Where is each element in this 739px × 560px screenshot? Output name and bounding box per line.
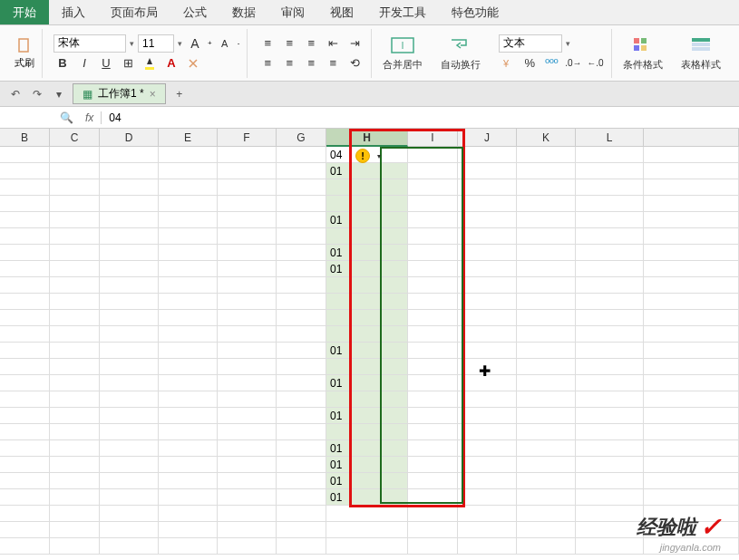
cell[interactable]: 01	[326, 163, 408, 179]
spreadsheet-grid[interactable]: BCDEFGHIJKL 040101010101010101010101 ! ▾…	[0, 129, 739, 560]
tab-view[interactable]: 视图	[317, 0, 366, 24]
cell[interactable]	[50, 408, 100, 424]
col-header-L[interactable]: L	[576, 129, 644, 147]
cell[interactable]	[458, 326, 517, 343]
cell[interactable]	[0, 391, 50, 408]
cell[interactable]: 01	[326, 408, 408, 424]
cell[interactable]	[277, 375, 326, 391]
cell[interactable]	[218, 245, 277, 261]
fill-color-button[interactable]	[141, 54, 159, 72]
cell[interactable]	[576, 245, 644, 261]
comma-icon[interactable]: ººº	[542, 54, 560, 72]
cell[interactable]	[0, 538, 50, 555]
cell[interactable]	[517, 294, 576, 310]
cell[interactable]	[408, 538, 458, 555]
align-top-icon[interactable]: ≡	[258, 34, 277, 53]
cell[interactable]	[576, 261, 644, 277]
cell[interactable]	[277, 310, 326, 326]
col-header-F[interactable]: F	[218, 129, 277, 147]
cell[interactable]	[50, 261, 100, 277]
cell[interactable]	[517, 261, 576, 277]
cell[interactable]	[100, 489, 159, 506]
clear-format-button[interactable]	[184, 54, 202, 72]
document-tab[interactable]: ▦ 工作簿1 * ×	[73, 83, 166, 104]
cell[interactable]	[576, 310, 644, 326]
cell[interactable]	[517, 326, 576, 343]
cell[interactable]	[576, 408, 644, 424]
cell[interactable]	[458, 245, 517, 261]
tab-dev[interactable]: 开发工具	[366, 0, 439, 24]
tab-home[interactable]: 开始	[0, 0, 49, 24]
decimal-inc-icon[interactable]: .0→	[564, 54, 582, 72]
cell[interactable]	[576, 196, 644, 212]
cell[interactable]	[50, 359, 100, 375]
cell[interactable]	[100, 359, 159, 375]
cell[interactable]	[277, 424, 326, 440]
cell[interactable]	[576, 506, 644, 522]
cell[interactable]	[159, 179, 218, 196]
cell[interactable]	[100, 391, 159, 408]
cell[interactable]: 01	[326, 343, 408, 359]
cell[interactable]	[517, 179, 576, 196]
cell[interactable]	[326, 424, 408, 440]
cell[interactable]: 01	[326, 489, 408, 506]
cell[interactable]	[0, 277, 50, 294]
cell[interactable]	[218, 522, 277, 538]
cell[interactable]	[576, 326, 644, 343]
cell[interactable]	[517, 391, 576, 408]
indent-increase-icon[interactable]: ⇥	[345, 34, 364, 53]
cell[interactable]	[517, 196, 576, 212]
cell[interactable]	[50, 424, 100, 440]
cell[interactable]	[517, 343, 576, 359]
cell[interactable]	[50, 277, 100, 294]
cell[interactable]	[326, 391, 408, 408]
cell[interactable]	[576, 440, 644, 457]
close-doc-icon[interactable]: ×	[150, 88, 156, 101]
border-button[interactable]: ⊞	[119, 54, 137, 72]
tab-special[interactable]: 特色功能	[439, 0, 511, 24]
cell[interactable]	[100, 196, 159, 212]
cell[interactable]	[100, 408, 159, 424]
cell[interactable]	[408, 228, 458, 245]
cell[interactable]	[408, 408, 458, 424]
cell[interactable]: 01	[326, 261, 408, 277]
cell[interactable]	[100, 261, 159, 277]
cell[interactable]: 01	[326, 212, 408, 228]
cell[interactable]	[517, 408, 576, 424]
cell[interactable]	[458, 440, 517, 457]
cell[interactable]	[458, 522, 517, 538]
cell[interactable]	[50, 473, 100, 489]
conditional-format-button[interactable]: 条件格式	[616, 31, 670, 75]
fx-label[interactable]: fx	[78, 111, 102, 124]
col-header-I[interactable]: I	[408, 129, 458, 147]
cell[interactable]	[408, 391, 458, 408]
percent-icon[interactable]: %	[520, 54, 539, 72]
more-icon[interactable]: ▾	[51, 86, 67, 102]
cell[interactable]	[0, 147, 50, 163]
search-icon[interactable]: 🔍	[58, 110, 74, 126]
cell[interactable]	[100, 522, 159, 538]
font-increase-icon[interactable]: A	[186, 34, 204, 53]
cell[interactable]	[458, 408, 517, 424]
cell[interactable]	[576, 147, 644, 163]
cell[interactable]	[159, 391, 218, 408]
cell[interactable]	[517, 440, 576, 457]
cell[interactable]	[100, 326, 159, 343]
cell[interactable]	[576, 457, 644, 473]
cell[interactable]	[50, 179, 100, 196]
cell[interactable]	[100, 147, 159, 163]
cell[interactable]	[277, 147, 326, 163]
cell[interactable]	[458, 473, 517, 489]
cell[interactable]	[277, 343, 326, 359]
col-header-B[interactable]: B	[0, 129, 50, 147]
cell[interactable]	[0, 359, 50, 375]
cell[interactable]	[326, 228, 408, 245]
cell[interactable]	[458, 294, 517, 310]
cell[interactable]	[0, 522, 50, 538]
cell[interactable]	[0, 245, 50, 261]
indent-decrease-icon[interactable]: ⇤	[324, 34, 342, 53]
cell[interactable]	[408, 424, 458, 440]
cell[interactable]	[218, 424, 277, 440]
cell[interactable]	[50, 457, 100, 473]
cell[interactable]	[159, 440, 218, 457]
